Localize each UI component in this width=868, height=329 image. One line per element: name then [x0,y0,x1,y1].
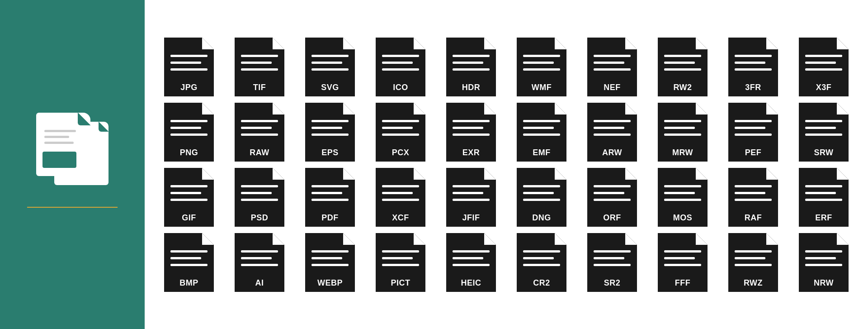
file-shape-ico: ICO [376,38,425,96]
file-icon-cr2: CR2 [511,233,572,292]
svg-text:PEF: PEF [745,148,762,157]
svg-text:X3F: X3F [816,83,832,92]
svg-rect-64 [594,120,631,122]
svg-text:PCX: PCX [392,148,410,157]
file-icon-3fr: 3FR [722,38,784,96]
file-icon-gif: GIF [158,168,220,227]
svg-rect-158 [805,264,842,266]
svg-rect-53 [382,127,413,129]
doc-rect [42,152,76,168]
svg-rect-68 [664,120,701,122]
file-shape-png: PNG [164,103,214,162]
svg-text:RAF: RAF [745,213,762,222]
svg-rect-118 [805,199,842,201]
svg-text:WMF: WMF [532,83,552,92]
file-shape-svg: SVG [305,38,355,96]
svg-text:SR2: SR2 [604,278,621,287]
svg-rect-16 [453,55,490,57]
svg-text:RWZ: RWZ [744,278,763,287]
svg-rect-10 [311,68,349,71]
file-shape-orf: ORF [587,168,637,227]
svg-rect-20 [523,55,560,57]
file-icon-eps: EPS [299,103,361,162]
file-icon-nrw: NRW [793,233,854,292]
svg-rect-109 [664,192,695,194]
hero-icon [36,113,108,185]
svg-rect-14 [382,68,419,71]
svg-rect-93 [382,192,413,194]
svg-rect-5 [241,62,272,64]
file-shape-heic: HEIC [446,233,496,292]
svg-rect-77 [805,127,836,129]
svg-rect-100 [523,185,560,187]
svg-rect-105 [594,192,624,194]
file-shape-pdf: PDF [305,168,355,227]
svg-rect-117 [805,192,836,194]
svg-rect-140 [523,250,560,253]
file-shape-rwz: RWZ [728,233,778,292]
svg-rect-154 [735,264,772,266]
svg-text:RAW: RAW [250,148,269,157]
svg-rect-29 [664,62,695,64]
svg-rect-150 [664,264,701,266]
file-shape-3fr: 3FR [728,38,778,96]
file-shape-tif: TIF [235,38,284,96]
file-icon-mrw: MRW [652,103,713,162]
doc-line-1 [44,130,76,132]
file-icon-emf: EMF [511,103,572,162]
svg-rect-126 [241,264,278,266]
file-icon-sr2: SR2 [581,233,643,292]
svg-text:JPG: JPG [180,83,198,92]
svg-rect-30 [664,68,701,71]
file-icon-jfif: JFIF [440,168,502,227]
file-shape-raf: RAF [728,168,778,227]
file-icon-mos: MOS [652,168,713,227]
file-icon-x3f: X3F [793,38,854,96]
svg-rect-102 [523,199,560,201]
svg-rect-41 [170,127,201,129]
svg-text:FFF: FFF [675,278,691,287]
svg-rect-74 [735,134,772,136]
svg-rect-1 [170,62,201,64]
svg-text:EMF: EMF [533,148,551,157]
icons-grid: JPG TIF SVG [158,38,854,292]
svg-rect-86 [241,199,278,201]
svg-rect-156 [805,250,842,253]
svg-text:PNG: PNG [180,148,198,157]
svg-text:TIF: TIF [253,83,266,92]
svg-rect-97 [453,192,483,194]
svg-text:BMP: BMP [179,278,198,287]
file-icon-xcf: XCF [370,168,431,227]
svg-rect-13 [382,62,413,64]
file-shape-wmf: WMF [517,38,566,96]
svg-rect-112 [735,185,772,187]
file-icon-pef: PEF [722,103,784,162]
svg-rect-89 [311,192,342,194]
svg-text:ICO: ICO [393,83,408,92]
svg-text:PSD: PSD [251,213,269,222]
file-icon-rw2: RW2 [652,38,713,96]
svg-rect-133 [382,257,413,259]
svg-rect-124 [241,250,278,253]
svg-rect-82 [170,199,208,201]
svg-text:PDF: PDF [321,213,339,222]
svg-rect-9 [311,62,342,64]
svg-rect-153 [735,257,765,259]
svg-rect-60 [523,120,560,122]
svg-text:SRW: SRW [814,148,833,157]
svg-rect-146 [594,264,631,266]
svg-rect-141 [523,257,554,259]
svg-rect-48 [311,120,349,122]
right-panel: JPG TIF SVG [145,0,868,329]
svg-rect-92 [382,185,419,187]
svg-rect-33 [735,62,765,64]
svg-rect-62 [523,134,560,136]
svg-rect-84 [241,185,278,187]
file-shape-emf: EMF [517,103,566,162]
file-shape-pcx: PCX [376,103,425,162]
svg-rect-136 [453,250,490,253]
svg-rect-4 [241,55,278,57]
svg-text:3FR: 3FR [745,83,761,92]
doc-line-3 [44,142,74,144]
svg-rect-114 [735,199,772,201]
